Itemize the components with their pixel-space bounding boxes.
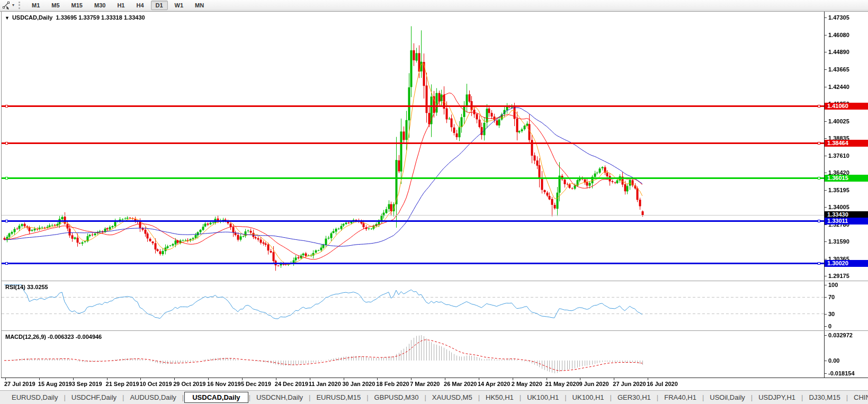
rsi-tick-label: 30 (828, 311, 835, 317)
timeframe-button-m30[interactable]: M30 (90, 1, 110, 10)
date-label: 18 Feb 2020 (376, 381, 409, 387)
date-tick-mark (580, 378, 580, 380)
hline-anchor[interactable] (5, 142, 8, 145)
tab-ger30-h1[interactable]: GER30,H1 (612, 392, 656, 403)
timeframe-button-m5[interactable]: M5 (47, 1, 64, 10)
timeframe-button-m15[interactable]: M15 (67, 1, 87, 10)
date-tick-mark (276, 378, 276, 380)
tab-gbpusd-m30[interactable]: GBPUSD,M30 (369, 392, 424, 403)
macd-tick-mark (824, 373, 827, 374)
tab-usdcnh-daily[interactable]: USDCNH,Daily (251, 392, 308, 403)
price-tick-label: 1.35195 (828, 187, 849, 193)
timeframe-button-d1[interactable]: D1 (151, 1, 168, 10)
chart-symbol-label: USDCAD,Daily (12, 14, 52, 21)
date-tick-mark (107, 378, 108, 380)
date-label: 26 Mar 2020 (444, 381, 477, 387)
hline-anchor[interactable] (818, 262, 820, 265)
rsi-tick-label: 100 (828, 282, 838, 288)
price-tick-label: 1.47305 (828, 14, 849, 21)
date-tick-mark (344, 378, 344, 380)
trendline-cursor-icon[interactable] (2, 1, 11, 10)
hline-anchor[interactable] (818, 220, 820, 222)
macd-tick-label: -0.018154 (828, 370, 855, 376)
price-tick-label: 1.34005 (828, 204, 849, 210)
hline-anchor[interactable] (818, 177, 820, 179)
rsi-tick-mark (824, 326, 827, 327)
tab-uk100-h1[interactable]: UK100,H1 (567, 392, 610, 403)
hline-anchor[interactable] (5, 105, 8, 107)
hline-1.30020[interactable] (2, 263, 824, 264)
hline-1.38464[interactable] (2, 142, 824, 144)
chart-ohlc-values: 1.33695 1.33759 1.33318 1.33430 (56, 14, 145, 21)
tab-china300-h4[interactable]: CHINA300,H4 (848, 392, 868, 403)
date-label: 14 Apr 2020 (478, 381, 510, 387)
price-tick-mark (824, 241, 827, 242)
hline-1.33011[interactable] (2, 220, 824, 222)
date-tick-mark (5, 378, 6, 380)
tab-eurusd-m15[interactable]: EURUSD,M15 (311, 392, 366, 403)
tab-hk50-h1[interactable]: HK50,H1 (480, 392, 519, 403)
date-label: 21 May 2020 (545, 381, 579, 387)
hline-anchor[interactable] (5, 220, 8, 222)
timeframe-button-h4[interactable]: H4 (131, 1, 148, 10)
tab-dj30-m15[interactable]: DJ30,M15 (803, 392, 845, 403)
chart-tabs: EURUSD,Daily|USDCHF,Daily|AUDUSD,Daily|U… (6, 392, 868, 403)
date-label: 10 Oct 2019 (139, 381, 172, 387)
date-label: 11 Jan 2020 (309, 381, 341, 387)
date-label: 16 Nov 2019 (207, 381, 241, 387)
date-tick-mark (513, 378, 513, 380)
tab-audusd-daily[interactable]: AUDUSD,Daily (124, 392, 181, 403)
price-tick-mark (824, 173, 827, 173)
price-tick-mark (824, 121, 827, 122)
hline-anchor[interactable] (5, 262, 8, 265)
chart-canvas[interactable] (0, 0, 868, 404)
date-label: 29 Oct 2019 (173, 381, 205, 387)
price-tick-mark (824, 225, 827, 225)
tab-eurusd-daily[interactable]: EURUSD,Daily (6, 392, 63, 403)
tab-fra40-h1[interactable]: FRA40,H1 (659, 392, 702, 403)
date-tick-mark (377, 378, 378, 380)
price-tick-label: 1.46080 (828, 32, 849, 38)
tab-usoil-daily[interactable]: USOil,Daily (704, 392, 750, 403)
tab-xauusd-m5[interactable]: XAUUSD,M5 (427, 392, 478, 403)
timeframe-buttons: M1M5M15M30H1H4D1W1MN (26, 1, 210, 10)
date-label: 27 Jun 2020 (613, 381, 646, 387)
hline-price-tag: 1.41060 (825, 103, 868, 110)
rsi-indicator-label: RSI(14) 33.0255 (5, 284, 48, 290)
timeframe-button-h1[interactable]: H1 (112, 1, 129, 10)
tab-usdjpy-h1[interactable]: USDJPY,H1 (753, 392, 801, 403)
chevron-down-icon[interactable]: ▾ (12, 3, 14, 7)
price-tick-mark (824, 156, 827, 156)
date-label: 7 Mar 2020 (410, 381, 440, 387)
date-tick-mark (73, 378, 74, 380)
toolbar: ▾ M1M5M15M30H1H4D1W1MN (0, 0, 868, 11)
tab-uk100-h1[interactable]: UK100,H1 (522, 392, 564, 403)
date-tick-mark (411, 378, 411, 380)
date-label: 3 Sep 2019 (72, 381, 102, 387)
hline-anchor[interactable] (818, 142, 820, 145)
rsi-tick-mark (824, 285, 827, 285)
hline-1.36015[interactable] (2, 177, 824, 179)
rsi-tick-label: 70 (828, 294, 835, 300)
timeframe-button-m1[interactable]: M1 (27, 1, 44, 10)
macd-tick-label: 0.032972 (828, 332, 853, 338)
rsi-current-value: 33.0255 (27, 284, 48, 290)
price-tick-mark (824, 52, 827, 52)
date-tick-mark (39, 378, 40, 380)
date-label: 9 Jun 2020 (579, 381, 609, 387)
price-tick-mark (824, 17, 827, 18)
date-tick-mark (445, 378, 445, 380)
collapse-chart-icon[interactable]: ▼ (5, 15, 10, 21)
hline-anchor[interactable] (818, 105, 820, 107)
macd-tick-mark (824, 361, 827, 361)
price-tick-label: 1.31590 (828, 238, 849, 245)
macd-tick-label: 0.00 (828, 357, 839, 364)
tab-usdchf-daily[interactable]: USDCHF,Daily (66, 392, 122, 403)
date-label: 16 Jul 2020 (647, 381, 678, 387)
hline-anchor[interactable] (5, 177, 8, 179)
tab-usdcad-daily[interactable]: USDCAD,Daily (184, 392, 248, 403)
hline-1.41060[interactable] (2, 105, 824, 107)
timeframe-button-w1[interactable]: W1 (170, 1, 189, 10)
timeframe-button-mn[interactable]: MN (190, 1, 209, 10)
price-tick-label: 1.29175 (828, 273, 849, 279)
